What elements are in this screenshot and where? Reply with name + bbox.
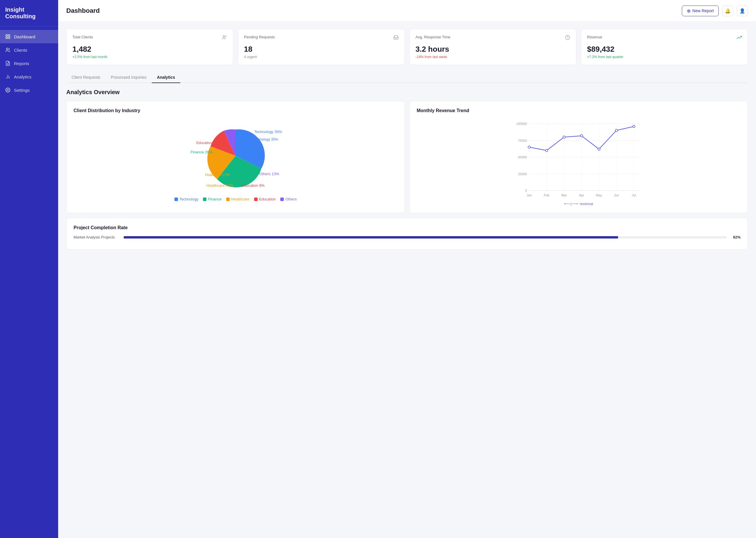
gear-icon [5,87,11,93]
metric-card-revenue: Revenue $89,432 +7.2% from last quarter [581,29,748,65]
metric-sub-clients: +2.5% from last month [72,55,227,59]
svg-point-44 [615,129,618,132]
svg-text:Healthcare 17%: Healthcare 17% [205,173,230,177]
new-report-label: New Report [692,8,714,13]
pie-chart-svg: Technology 35% Healthcare 17% Education … [189,118,282,193]
trending-up-icon [736,35,742,41]
sidebar-label-dashboard: Dashboard [14,34,35,39]
sidebar-nav: Dashboard Clients Reports Analytics Sett… [0,27,58,100]
clients-icon [222,35,227,41]
grid-icon [5,34,11,39]
svg-text:Feb: Feb [544,193,549,197]
legend-dot-education [254,197,258,201]
progress-label-market: Market Analysis Projects [74,235,120,240]
pie-legend: Technology Finance Healthcare Educa [174,197,297,201]
legend-dot-healthcare [226,197,230,201]
line-chart-legend: ⟵◇⟶ revenue [417,202,741,206]
svg-text:Jun: Jun [614,193,619,197]
svg-point-39 [528,146,531,148]
svg-rect-3 [8,37,10,39]
new-report-button[interactable]: ⊕ New Report [682,6,719,16]
sidebar-item-analytics[interactable]: Analytics [0,70,58,83]
completion-card: Project Completion Rate Market Analysis … [66,218,748,249]
legend-label-others: Others [285,197,296,201]
user-button[interactable]: 👤 [737,5,748,16]
analytics-title: Analytics Overview [66,89,748,95]
user-icon: 👤 [739,8,745,14]
legend-label-healthcare: Healthcare [231,197,249,201]
svg-text:50000: 50000 [518,155,527,159]
svg-text:Apr: Apr [579,193,584,197]
line-legend-label: revenue [580,202,594,206]
pie-label-healthcare: Healthcare 17% [207,183,233,188]
metric-value-response: 3.2 hours [415,45,570,54]
progress-bar-fill-market [124,236,618,239]
main-content: Dashboard ⊕ New Report 🔔 👤 Total Clients [58,0,756,538]
metric-sub-response: -14% from last week [415,55,570,59]
sidebar-item-settings[interactable]: Settings [0,83,58,97]
plus-circle-icon: ⊕ [687,8,691,14]
pie-label-others: Others 13% [259,172,279,176]
legend-item-finance: Finance [203,197,221,201]
svg-text:Technology 35%: Technology 35% [252,137,278,141]
charts-row: Client Distribution by Industry [66,101,748,213]
pie-label-finance: Finance 26% [190,150,213,154]
pie-chart-container: Technology 35% Healthcare 17% Education … [74,118,398,201]
app-logo: Insight Consulting [0,0,58,27]
metric-value-revenue: $89,432 [587,45,742,54]
tab-client-requests[interactable]: Client Requests [66,72,105,83]
progress-row-market: Market Analysis Projects 82% [74,235,741,240]
svg-point-40 [545,149,548,152]
legend-label-technology: Technology [179,197,199,201]
svg-point-10 [7,89,9,91]
svg-point-41 [563,136,565,138]
legend-label-education: Education [259,197,276,201]
bar-chart-icon [5,74,11,79]
line-chart-title: Monthly Revenue Trend [417,108,741,113]
clock-icon [565,35,570,41]
line-chart-card: Monthly Revenue Trend 100000 [409,101,748,213]
metric-label-clients: Total Clients [72,35,93,39]
metric-sub-revenue: +7.2% from last quarter [587,55,742,59]
inbox-icon [393,35,399,41]
svg-rect-0 [6,34,7,36]
sidebar-label-analytics: Analytics [14,74,31,79]
metric-card-response: Avg. Response Time 3.2 hours -14% from l… [409,29,576,65]
pie-label-education: Education 9% [241,183,265,188]
tab-processed-inquiries[interactable]: Processed Inquiries [105,72,152,83]
notification-button[interactable]: 🔔 [722,5,733,16]
sidebar-item-dashboard[interactable]: Dashboard [0,30,58,43]
svg-point-45 [633,125,635,128]
svg-text:Jul: Jul [632,193,636,197]
legend-item-education: Education [254,197,276,201]
pie-labels-area: Technology 35% Healthcare 17% Education … [189,118,282,193]
svg-text:0: 0 [525,189,527,192]
sidebar-label-clients: Clients [14,48,27,53]
main-header: Dashboard ⊕ New Report 🔔 👤 [58,0,756,22]
metric-card-total-clients: Total Clients 1,482 +2.5% from last mont… [66,29,233,65]
svg-text:May: May [596,193,602,197]
pie-chart-card: Client Distribution by Industry [66,101,405,213]
sidebar-item-reports[interactable]: Reports [0,57,58,70]
metric-card-pending: Pending Requests 18 4 urgent [238,29,405,65]
legend-item-others: Others [280,197,296,201]
completion-title: Project Completion Rate [74,225,741,230]
progress-bar-bg-market [124,236,726,239]
svg-point-11 [223,35,225,37]
tab-analytics[interactable]: Analytics [152,72,180,83]
svg-text:Mar: Mar [561,193,567,197]
sidebar-item-clients[interactable]: Clients [0,43,58,57]
svg-point-42 [580,134,583,137]
svg-text:75000: 75000 [518,139,527,142]
metric-label-pending: Pending Requests [244,35,275,39]
sidebar-label-settings: Settings [14,88,30,93]
bell-icon: 🔔 [725,8,731,14]
pie-chart-title: Client Distribution by Industry [74,108,398,113]
legend-dot-technology [174,197,178,201]
page-title: Dashboard [66,7,100,15]
users-icon [5,47,11,53]
legend-dot-others [280,197,284,201]
content-area: Total Clients 1,482 +2.5% from last mont… [58,22,756,256]
legend-item-healthcare: Healthcare [226,197,249,201]
metric-label-revenue: Revenue [587,35,602,39]
